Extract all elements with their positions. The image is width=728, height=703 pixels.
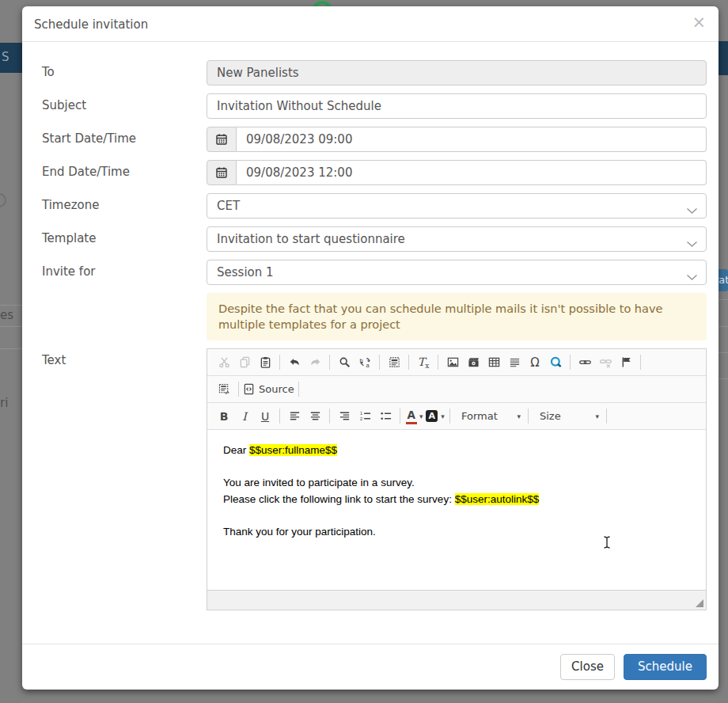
link-icon[interactable] xyxy=(574,353,595,372)
source-button[interactable]: Source xyxy=(243,380,294,399)
background-divider xyxy=(719,352,728,353)
special-char-icon[interactable]: Ω xyxy=(525,353,545,372)
replace-icon[interactable]: ba xyxy=(355,353,375,372)
start-datetime-field[interactable] xyxy=(237,127,707,152)
schedule-button[interactable]: Schedule xyxy=(624,654,707,680)
underline-icon[interactable]: U xyxy=(255,407,275,426)
timezone-value: CET xyxy=(217,199,240,213)
resize-handle-icon[interactable] xyxy=(696,599,703,607)
bulleted-list-icon[interactable] xyxy=(375,407,396,426)
toolbar-separator xyxy=(279,355,280,370)
template-warning-note: Despite the fact that you can schedule m… xyxy=(207,293,707,340)
toolbar-separator xyxy=(438,355,438,370)
toolbar-separator xyxy=(298,382,299,397)
toolbar-separator xyxy=(279,408,280,424)
bold-icon[interactable]: B xyxy=(214,407,234,426)
background-divider xyxy=(719,326,728,327)
editor-toolbar-row: BIU12A▾A▾Format▾Size▾ xyxy=(207,403,706,430)
cut-icon xyxy=(214,353,234,372)
toolbar-separator xyxy=(528,408,529,424)
toolbar-separator xyxy=(329,408,330,424)
autolink-placeholder: $$user:autolink$$ xyxy=(455,493,540,505)
background-nav-text: S xyxy=(2,50,9,64)
chevron-down-icon: ▾ xyxy=(517,412,521,420)
background-color-icon[interactable]: A▾ xyxy=(425,407,446,426)
chevron-down-icon xyxy=(686,270,698,284)
calendar-icon[interactable] xyxy=(207,127,237,152)
invite-for-select[interactable]: Session 1 xyxy=(207,260,707,285)
text-color-icon[interactable]: A▾ xyxy=(404,407,425,426)
editor-toolbar-row: baTxΩ xyxy=(207,349,706,376)
align-center-icon[interactable] xyxy=(305,407,325,426)
timezone-label: Timezone xyxy=(34,193,207,212)
to-label: To xyxy=(34,60,207,79)
rich-text-editor: baTxΩSourceBIU12A▾A▾Format▾Size▾ Dear $$… xyxy=(207,348,707,610)
anchor-icon[interactable] xyxy=(616,353,636,372)
modal-header: Schedule invitation × xyxy=(22,6,719,42)
redo-icon xyxy=(305,353,325,372)
template-select[interactable]: Invitation to start questionnaire xyxy=(207,226,707,252)
svg-text:2: 2 xyxy=(359,416,362,421)
svg-text:a: a xyxy=(366,362,370,368)
toolbar-separator xyxy=(606,408,607,424)
select-all-icon[interactable] xyxy=(384,353,404,372)
background-divider xyxy=(0,326,22,327)
timezone-select[interactable]: CET xyxy=(207,193,707,218)
toolbar-separator xyxy=(238,382,239,397)
subject-label: Subject xyxy=(34,93,207,112)
align-right-icon[interactable] xyxy=(334,407,355,426)
toolbar-separator xyxy=(400,408,400,424)
remove-format-icon[interactable]: Tx xyxy=(413,353,434,372)
image-icon[interactable] xyxy=(442,353,463,372)
paste-icon[interactable] xyxy=(255,353,275,372)
italic-icon[interactable]: I xyxy=(234,407,255,426)
template-value: Invitation to start questionnaire xyxy=(217,232,405,246)
text-label: Text xyxy=(34,348,207,367)
horizontal-rule-icon[interactable] xyxy=(504,353,525,372)
toolbar-separator xyxy=(329,355,330,370)
unlink-icon xyxy=(595,353,616,372)
toolbar-separator xyxy=(449,408,450,424)
fullname-placeholder: $$user:fullname$$ xyxy=(249,444,337,456)
editor-status-bar xyxy=(207,590,706,610)
toolbar-separator xyxy=(379,355,380,370)
background-radio-ring xyxy=(0,193,6,207)
toolbar-separator xyxy=(640,355,641,370)
editor-content[interactable]: Dear $$user:fullname$$ You are invited t… xyxy=(207,430,706,590)
align-left-icon[interactable] xyxy=(284,407,305,426)
background-navbar-left: S xyxy=(0,43,22,73)
chevron-down-icon: ▾ xyxy=(419,412,423,420)
toolbar-separator xyxy=(408,355,409,370)
chevron-down-icon: ▾ xyxy=(595,412,599,420)
table-icon[interactable] xyxy=(483,353,504,372)
background-divider xyxy=(0,348,22,349)
undo-icon[interactable] xyxy=(284,353,305,372)
chevron-down-icon: ▾ xyxy=(441,412,445,420)
media-icon[interactable] xyxy=(545,353,566,372)
numbered-list-icon[interactable]: 12 xyxy=(355,407,375,426)
find-icon[interactable] xyxy=(334,353,355,372)
close-icon[interactable]: × xyxy=(692,14,706,31)
toolbar-separator xyxy=(570,355,571,370)
background-divider xyxy=(719,378,728,379)
end-datetime-label: End Date/Time xyxy=(34,160,207,179)
subject-field[interactable] xyxy=(207,93,707,119)
editor-toolbar: baTxΩSourceBIU12A▾A▾Format▾Size▾ xyxy=(207,349,706,430)
start-datetime-label: Start Date/Time xyxy=(34,127,207,146)
flash-icon[interactable] xyxy=(463,353,483,372)
close-button[interactable]: Close xyxy=(560,654,615,680)
editor-paragraph: You are invited to participate in a surv… xyxy=(223,474,690,507)
templates-icon[interactable] xyxy=(214,380,234,399)
editor-paragraph: Thank you for your participation. xyxy=(223,523,690,540)
size-dropdown-button[interactable]: Size▾ xyxy=(533,407,602,426)
editor-paragraph: Dear $$user:fullname$$ xyxy=(223,442,690,458)
background-text-fragment: ri xyxy=(0,396,8,410)
background-divider xyxy=(719,299,728,300)
format-dropdown-button[interactable]: Format▾ xyxy=(454,407,524,426)
calendar-icon[interactable] xyxy=(207,160,237,185)
invite-for-value: Session 1 xyxy=(217,265,274,279)
modal-footer: Close Schedule xyxy=(22,644,719,690)
invite-for-label: Invite for xyxy=(34,260,207,279)
end-datetime-field[interactable] xyxy=(237,160,707,185)
background-navbar-right xyxy=(719,41,728,75)
